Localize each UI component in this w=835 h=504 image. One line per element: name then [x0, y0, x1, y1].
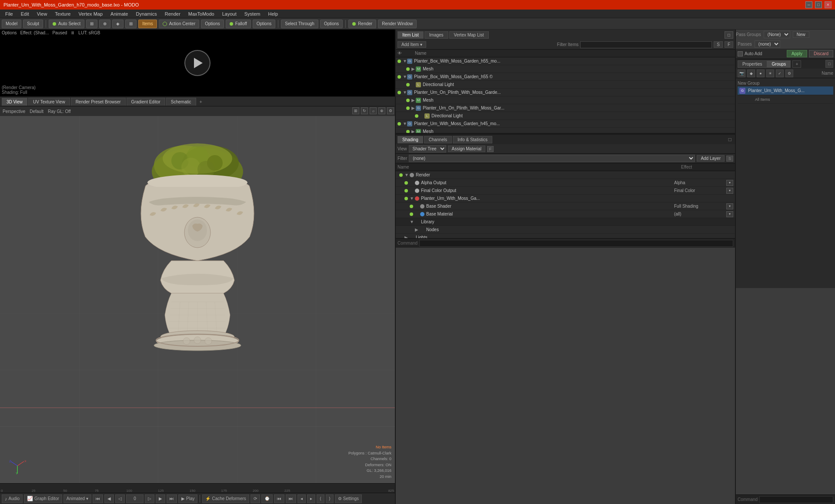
- sh-dropdown-alpha[interactable]: ▾: [726, 180, 733, 186]
- tab-images[interactable]: Images: [424, 31, 448, 39]
- passes-select[interactable]: (none): [755, 40, 780, 48]
- item-row-2[interactable]: ▶ M Mesh: [396, 65, 735, 73]
- audio-btn[interactable]: ♪ Audio: [2, 494, 23, 503]
- sh-row-lights[interactable]: ▶ Lights: [396, 234, 735, 238]
- play-fwd-btn[interactable]: ⏭: [167, 494, 177, 503]
- viewport-ctrl-4[interactable]: ⊕: [378, 107, 385, 114]
- tab-3d-view[interactable]: 3D View: [2, 98, 27, 106]
- toolbar-icon-2[interactable]: ⊕: [99, 20, 110, 28]
- item-row-3[interactable]: ▼ G Planter_Box_With_Moss_Garden_h55 ©: [396, 73, 735, 81]
- sh-row-alpha[interactable]: Alpha Output Alpha ▾: [396, 179, 735, 187]
- props-icon-gear[interactable]: ⚙: [785, 70, 793, 77]
- timeline-ruler[interactable]: 0 25 50 75 100 125 150 175 200 225 825: [0, 484, 395, 493]
- playback-icon-3[interactable]: ⏮: [274, 494, 284, 503]
- expand-7[interactable]: ▶: [411, 106, 416, 110]
- sh-row-render[interactable]: ▼ Render: [396, 171, 735, 179]
- render-window-btn[interactable]: Render Window: [378, 20, 417, 28]
- menu-help[interactable]: Help: [264, 10, 281, 17]
- item-row-7[interactable]: ▶ G Planter_Urn_On_Plinth_With_Moss_Gar.…: [396, 104, 735, 112]
- group-item-planter[interactable]: G Planter_Urn_With_Moss_G...: [738, 86, 833, 95]
- settings-btn[interactable]: ⚙ Settings: [335, 494, 362, 503]
- sculpt-btn[interactable]: Sculpt: [23, 20, 43, 28]
- rewind-btn[interactable]: ⏮: [93, 494, 103, 503]
- viewport-ctrl-3[interactable]: ⌕: [370, 107, 377, 114]
- tab-schematic[interactable]: Schematic: [166, 98, 196, 106]
- apply-btn[interactable]: Apply: [787, 50, 807, 57]
- il-s-btn[interactable]: S: [714, 41, 723, 48]
- play-button[interactable]: [184, 50, 210, 76]
- tab-vertex-map-list[interactable]: Vertex Map List: [449, 31, 489, 39]
- auto-select-btn[interactable]: Auto Select: [49, 20, 84, 28]
- tab-item-list[interactable]: Item List: [397, 31, 424, 39]
- discard-btn[interactable]: Discard: [809, 50, 833, 57]
- item-row-5[interactable]: ▼ G Planter_Urn_On_Plinth_With_Moss_Gard…: [396, 89, 735, 96]
- tab-add-btn[interactable]: +: [197, 99, 205, 104]
- animated-btn[interactable]: Animated ▾: [63, 494, 91, 503]
- item-row-1[interactable]: ▼ G Planter_Box_With_Moss_Garden_h55_mo.…: [396, 57, 735, 65]
- props-icon-cam[interactable]: 📷: [738, 70, 745, 77]
- expand-9[interactable]: ▼: [403, 121, 407, 126]
- tab-render-preset[interactable]: Render Preset Browser: [71, 98, 126, 106]
- graph-editor-btn[interactable]: 📈 Graph Editor: [24, 494, 62, 503]
- props-icon-expand[interactable]: □: [825, 60, 833, 68]
- render-btn[interactable]: Render: [348, 20, 376, 28]
- expand-6[interactable]: ▶: [411, 98, 416, 103]
- tab-groups[interactable]: Groups: [767, 60, 791, 68]
- falloff-btn[interactable]: Falloff: [226, 20, 251, 28]
- tab-properties[interactable]: Properties: [738, 60, 767, 68]
- sh-dropdown-base-shader[interactable]: ▾: [726, 203, 733, 209]
- filter-input[interactable]: [580, 41, 712, 48]
- tab-shading[interactable]: Shading: [397, 136, 423, 143]
- menu-edit[interactable]: Edit: [17, 10, 33, 17]
- toolbar-icon-3[interactable]: ◈: [112, 20, 124, 28]
- viewport-ctrl-1[interactable]: ⊞: [352, 107, 359, 114]
- toolbar-icon-4[interactable]: ⊞: [125, 20, 137, 28]
- shading-content[interactable]: ▼ Render Alpha Output Alpha ▾: [396, 171, 735, 238]
- props-icon-mesh[interactable]: ◆: [747, 70, 755, 77]
- item-list-content[interactable]: ▼ G Planter_Box_With_Moss_Garden_h55_mo.…: [396, 57, 735, 133]
- menu-texture[interactable]: Texture: [51, 10, 74, 17]
- props-add-btn[interactable]: +: [792, 60, 801, 68]
- sh-expand-library[interactable]: ▼: [410, 219, 414, 224]
- sh-dropdown-base-material[interactable]: ▾: [726, 211, 733, 217]
- shading-expand-btn[interactable]: □: [727, 136, 733, 143]
- item-row-6[interactable]: ▶ M Mesh: [396, 96, 735, 104]
- close-btn[interactable]: ✕: [825, 1, 832, 8]
- pass-new-btn[interactable]: New: [793, 31, 809, 38]
- expand-2[interactable]: ▶: [411, 66, 416, 71]
- add-layer-btn[interactable]: Add Layer: [697, 155, 725, 162]
- sh-expand-render[interactable]: ▼: [404, 172, 409, 177]
- command-input[interactable]: [419, 240, 733, 247]
- props-icon-light[interactable]: ☀: [766, 70, 774, 77]
- toolbar-icon-1[interactable]: ⊞: [86, 20, 97, 28]
- sh-row-final-color[interactable]: Final Color Output Final Color ▾: [396, 187, 735, 195]
- props-icon-mat[interactable]: ●: [757, 70, 765, 77]
- play-btn-bottom[interactable]: ▶ Play: [178, 494, 197, 503]
- expand-5[interactable]: ▼: [403, 90, 407, 95]
- sh-expand-planter[interactable]: ▼: [410, 196, 414, 201]
- menu-system[interactable]: System: [241, 10, 264, 17]
- items-btn[interactable]: Items: [138, 20, 157, 28]
- sh-row-planter[interactable]: ▼ Planter_Urn_With_Moss_Ga...: [396, 195, 735, 202]
- playback-icon-8[interactable]: ⟩: [326, 494, 334, 503]
- menu-layout[interactable]: Layout: [219, 10, 240, 17]
- viewport-3d[interactable]: Perspective Default Ray GL: Off ⊞ ↻ ⌕ ⊕ …: [0, 106, 395, 483]
- far-right-cmd-input[interactable]: [759, 496, 833, 503]
- filter-select[interactable]: (none): [409, 155, 695, 162]
- expand-10[interactable]: ▶: [411, 129, 416, 133]
- item-row-9[interactable]: ▼ G Planter_Urn_With_Moss_Garden_h45_mo.…: [396, 120, 735, 128]
- menu-maxtomodo[interactable]: MaxToModo: [185, 10, 218, 17]
- menu-render[interactable]: Render: [161, 10, 184, 17]
- tab-channels[interactable]: Channels: [424, 136, 452, 143]
- prev-frame-btn[interactable]: ◀: [104, 494, 114, 503]
- options-btn-1[interactable]: Options: [201, 20, 224, 28]
- action-center-btn[interactable]: Action Center: [159, 20, 200, 28]
- viewport-ctrl-5[interactable]: ⚙: [387, 107, 394, 114]
- sh-expand-lights[interactable]: ▶: [404, 235, 409, 238]
- shader-tree-select[interactable]: Shader Tree: [409, 145, 446, 153]
- playback-icon-6[interactable]: ▸: [307, 494, 315, 503]
- playback-icon-1[interactable]: ⟳: [250, 494, 260, 503]
- maximize-btn[interactable]: □: [815, 1, 822, 8]
- item-row-10[interactable]: ▶ M Mesh: [396, 128, 735, 133]
- item-row-8[interactable]: L Directional Light: [396, 112, 735, 120]
